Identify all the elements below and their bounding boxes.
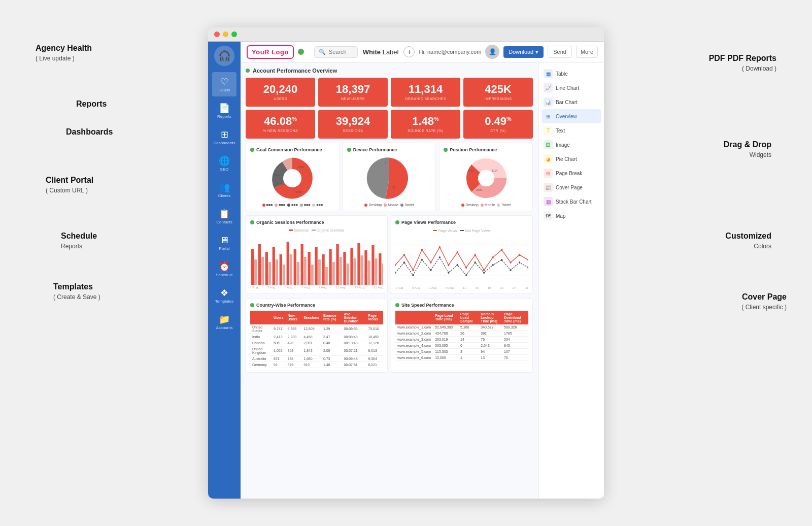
widget-table[interactable]: ▦ Table xyxy=(542,67,601,81)
sidebar-item-clients[interactable]: 👥 Clients xyxy=(212,178,236,202)
widget-map[interactable]: 🗺 Map xyxy=(542,209,601,223)
widget-pie-chart[interactable]: ◕ Pie Chart xyxy=(542,152,601,166)
stat-value-bounce: 1.48% xyxy=(396,116,455,127)
svg-point-78 xyxy=(439,256,441,258)
svg-rect-16 xyxy=(254,259,257,285)
pie-charts-row: Goal Conversion Performance xyxy=(246,143,533,211)
browser-maximize-dot[interactable] xyxy=(231,31,237,37)
svg-point-67 xyxy=(483,269,485,271)
browser-minimize-dot[interactable] xyxy=(223,31,228,37)
organic-title-text: Organic Sessions Performance xyxy=(256,220,324,225)
legend-item: ■■■ xyxy=(262,203,273,207)
sidebar-accounts-label: Accounts xyxy=(216,326,233,330)
svg-point-85 xyxy=(501,259,502,261)
svg-rect-24 xyxy=(283,265,285,285)
dropdown-arrow-icon: ▾ xyxy=(535,49,538,55)
ann-title-colors: Customized xyxy=(725,232,771,240)
widget-line-chart[interactable]: 📈 Line Chart xyxy=(542,81,601,95)
image-icon: 🖼 xyxy=(544,140,553,149)
site-speed-table: Page Load Time (ms) Page Load Sample Dom… xyxy=(395,311,528,361)
ann-sub-cover: ( Client specific ) xyxy=(741,304,787,311)
widget-cover-page[interactable]: 📰 Cover Page xyxy=(542,180,601,194)
col-header-duration: Avg Session Duration xyxy=(342,311,366,324)
stat-card-new-users: 18,397 NEW USERS xyxy=(318,78,388,107)
page-break-icon: ⊟ xyxy=(544,169,553,178)
widget-text[interactable]: T Text xyxy=(542,123,601,138)
stat-label-organic: ORGANIC SEARCHES xyxy=(396,97,455,101)
more-button[interactable]: More xyxy=(576,46,598,58)
widget-stack-bar-chart[interactable]: ▥ Stack Bar Chart xyxy=(542,194,601,209)
country-wise-card: Country-Wise Performance Users New Users xyxy=(246,298,388,373)
add-button[interactable]: + xyxy=(403,46,415,57)
svg-point-7 xyxy=(478,170,494,186)
logo-badge: YouR Logo xyxy=(247,45,294,59)
svg-rect-48 xyxy=(367,260,370,285)
col-header-download: Page Download Time (ms) xyxy=(502,311,528,324)
download-button[interactable]: Download ▾ xyxy=(503,46,544,58)
svg-rect-46 xyxy=(360,255,363,285)
page-views-chart xyxy=(395,235,528,285)
tables-row: Country-Wise Performance Users New Users xyxy=(246,298,533,373)
table-row: www.example_4.com563,09562,643843 xyxy=(395,342,528,348)
sidebar-item-portal[interactable]: 🖥 Portal xyxy=(212,231,236,255)
svg-rect-52 xyxy=(382,264,383,285)
browser-body: 🎧 ♡ Health 📄 Reports ⊞ Dashboards 🌐 SEO xyxy=(208,42,604,499)
widget-table-label: Table xyxy=(556,71,568,77)
svg-rect-34 xyxy=(318,259,321,285)
svg-point-75 xyxy=(412,274,414,276)
sidebar-health-label: Health xyxy=(218,88,230,92)
widget-stack-bar-chart-label: Stack Bar Chart xyxy=(556,199,592,205)
table-row: www.example_5.com115,303394107 xyxy=(395,348,528,354)
sidebar-item-templates[interactable]: ❖ Templates xyxy=(212,283,236,308)
stat-value-new-sessions: 46.08% xyxy=(251,116,310,127)
widget-overview[interactable]: ⊞ Overview xyxy=(542,109,601,123)
svg-point-68 xyxy=(492,256,493,258)
widget-map-label: Map xyxy=(556,213,565,219)
sidebar-item-seo[interactable]: 🌐 SEO xyxy=(212,151,236,176)
topbar-right: + Hi, name@company.com 👤 Download ▾ Send… xyxy=(403,45,598,59)
portal-icon: 🖥 xyxy=(220,235,229,246)
white-label-text: White Label xyxy=(363,48,399,56)
svg-point-64 xyxy=(457,251,458,253)
svg-point-86 xyxy=(510,269,511,271)
stat-label-new-sessions: % NEW SESSIONS xyxy=(251,129,310,133)
bar-charts-row: Organic Sessions Performance Sessions Or… xyxy=(246,215,533,294)
position-performance-title: Position Performance xyxy=(444,147,528,152)
widget-overview-label: Overview xyxy=(556,114,577,119)
contacts-icon: 📋 xyxy=(219,208,230,219)
search-input[interactable] xyxy=(329,49,353,55)
ann-title-pdf: PDF Reports xyxy=(727,54,776,62)
col-header-sample: Page Load Sample xyxy=(458,311,479,324)
sidebar-item-health[interactable]: ♡ Health xyxy=(212,72,236,96)
clients-icon: 👥 xyxy=(219,182,230,193)
browser-window: 🎧 ♡ Health 📄 Reports ⊞ Dashboards 🌐 SEO xyxy=(208,27,604,499)
svg-rect-18 xyxy=(261,257,264,285)
svg-rect-36 xyxy=(325,267,328,285)
sidebar-item-accounts[interactable]: 📁 Accounts xyxy=(212,310,236,334)
seo-icon: 🌐 xyxy=(219,155,230,167)
device-legend: Desktop Mobile Tablet xyxy=(364,203,414,207)
sidebar-item-contacts[interactable]: 📋 Contacts xyxy=(212,204,236,228)
svg-point-81 xyxy=(465,274,467,276)
page-views-card: Page Views Performance Page Views Exit P… xyxy=(391,215,533,294)
browser-close-dot[interactable] xyxy=(214,31,220,37)
sidebar-item-dashboards[interactable]: ⊞ Dashboards xyxy=(212,125,236,149)
widget-image[interactable]: 🖼 Image xyxy=(542,138,601,152)
sidebar-item-schedule[interactable]: ⏰ Schedule xyxy=(212,257,236,281)
device-green-dot xyxy=(347,148,351,152)
send-button[interactable]: Send xyxy=(548,46,572,58)
goal-pie-container: 5.08% 5.08% 11.68% 72.89% ■■■ ■■■ ■■■ xyxy=(250,155,335,207)
logo-dot xyxy=(298,49,304,55)
legend-tablet: Tablet xyxy=(400,203,414,207)
svg-point-0 xyxy=(283,169,301,187)
svg-rect-23 xyxy=(280,254,282,285)
svg-point-71 xyxy=(519,254,520,256)
svg-point-74 xyxy=(403,261,405,264)
search-box[interactable]: 🔍 xyxy=(314,46,358,58)
widget-page-break[interactable]: ⊟ Page Break xyxy=(542,166,601,180)
stat-value-new-users: 18,397 xyxy=(323,84,383,95)
widget-bar-chart[interactable]: 📊 Bar Chart xyxy=(542,95,601,109)
goal-pie-chart: 5.08% 5.08% 11.68% 72.89% xyxy=(267,155,318,201)
sidebar-item-reports[interactable]: 📄 Reports xyxy=(212,98,236,123)
map-icon: 🗺 xyxy=(544,211,553,220)
